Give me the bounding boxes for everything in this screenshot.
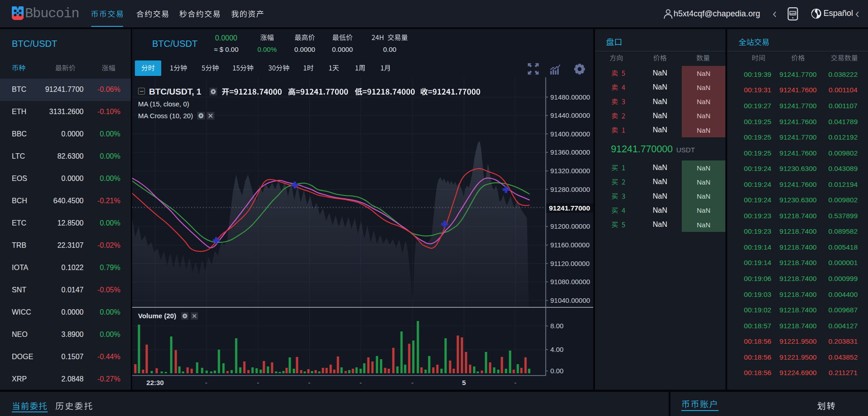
svg-text:-: - [360,379,362,386]
svg-text:5: 5 [462,379,466,386]
svg-text:APP: APP [790,12,795,15]
svg-text:91400.00000: 91400.00000 [551,130,590,138]
svg-text:-: - [205,379,208,386]
svg-text:91241.77000: 91241.77000 [549,204,590,212]
svg-text:91280.00000: 91280.00000 [551,185,590,193]
svg-text:22:30: 22:30 [146,379,164,386]
svg-text:91440.00000: 91440.00000 [551,111,590,119]
svg-text:-: - [308,379,311,386]
svg-text:4.00: 4.00 [551,346,564,353]
svg-text:91320.00000: 91320.00000 [551,167,590,175]
svg-text:91200.00000: 91200.00000 [551,222,590,230]
svg-text:91480.00000: 91480.00000 [551,93,590,101]
svg-text:-: - [514,379,516,386]
svg-text:91120.00000: 91120.00000 [551,260,590,267]
svg-text:91080.00000: 91080.00000 [551,278,590,286]
svg-text:0.00: 0.00 [551,367,564,375]
svg-text:91360.00000: 91360.00000 [551,148,590,156]
svg-text:8.00: 8.00 [551,322,564,330]
svg-text:-: - [257,379,259,386]
svg-text:91160.00000: 91160.00000 [551,241,590,249]
svg-text:91040.00000: 91040.00000 [551,296,590,304]
svg-text:-: - [412,379,414,386]
